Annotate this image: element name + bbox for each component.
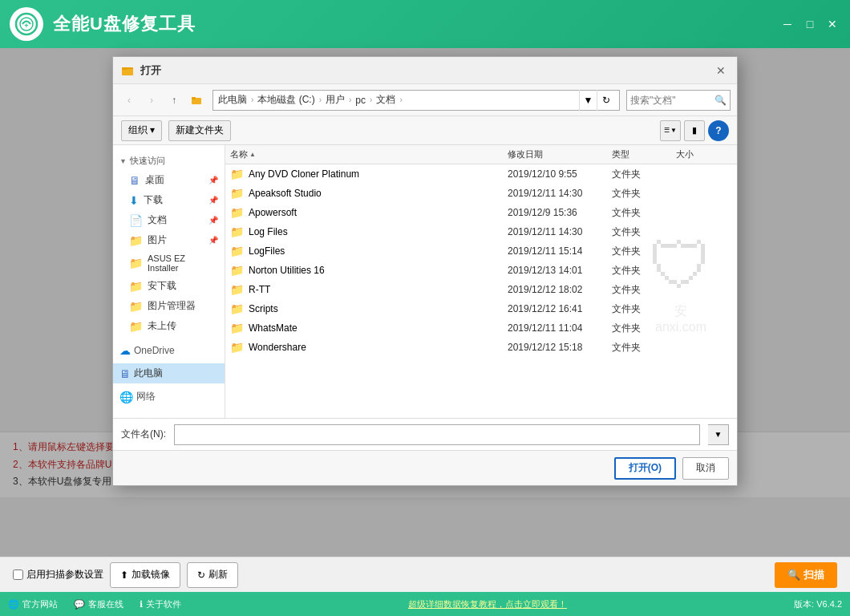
- file-date: 2019/12/9 15:36: [508, 207, 612, 218]
- minimize-button[interactable]: ─: [779, 16, 795, 32]
- footer-website[interactable]: 🌐 官方网站: [8, 598, 58, 610]
- file-date: 2019/12/11 11:04: [508, 322, 612, 334]
- app-title: 全能U盘修复工具: [53, 12, 196, 36]
- folder-icon: 📁: [230, 283, 244, 296]
- sidebar-item-unuploaded[interactable]: 📁 未上传: [113, 316, 225, 336]
- scan-params-checkbox[interactable]: 启用扫描参数设置: [13, 568, 103, 582]
- search-box[interactable]: 🔍: [626, 90, 731, 111]
- folder-icon: 📁: [230, 168, 244, 180]
- globe-icon: 🌐: [8, 599, 19, 610]
- file-name: 📁 Apeaksoft Studio: [230, 187, 508, 200]
- cancel-button[interactable]: 取消: [682, 457, 729, 480]
- file-name: 📁 Norton Utilities 16: [230, 264, 508, 277]
- filename-input[interactable]: [174, 424, 700, 445]
- sidebar-item-onedrive[interactable]: ☁ OneDrive: [113, 341, 225, 360]
- sidebar-item-documents[interactable]: 📄 文档 📌: [113, 210, 225, 230]
- folder-icon: 📁: [230, 302, 244, 315]
- folder-icon: 📁: [230, 206, 244, 219]
- sidebar-item-imgmgr[interactable]: 📁 图片管理器: [113, 296, 225, 316]
- nav-panel: ▼ 快速访问 🖥 桌面 📌 ⬇ 下载 📌: [113, 145, 225, 418]
- sidebar-item-network[interactable]: 🌐 网络: [113, 387, 225, 407]
- file-date: 2019/12/13 14:01: [508, 265, 612, 276]
- chat-icon: 💬: [74, 599, 85, 610]
- load-image-button[interactable]: ⬆ 加载镜像: [110, 562, 180, 588]
- sidebar-item-label: 文档: [148, 213, 167, 227]
- file-date: 2019/12/11 14:30: [508, 188, 612, 199]
- folder-icon: 📁: [129, 300, 143, 313]
- upload-icon: ⬆: [120, 569, 128, 581]
- scan-icon: 🔍: [787, 569, 800, 581]
- address-bar[interactable]: 此电脑 › 本地磁盘 (C:) › 用户 › pc › 文档 › ▼ ↻: [212, 90, 620, 111]
- dialog-buttons: 打开(O) 取消: [113, 450, 737, 485]
- address-refresh-button[interactable]: ↻: [597, 90, 614, 111]
- pin-icon: 📌: [208, 216, 218, 225]
- forward-button[interactable]: ›: [142, 91, 161, 110]
- new-folder-button[interactable]: 新建文件夹: [168, 120, 231, 141]
- address-dropdown[interactable]: ▼: [579, 90, 597, 111]
- sidebar-item-asus[interactable]: 📁 ASUS EZ Installer: [113, 250, 225, 276]
- maximize-button[interactable]: □: [802, 16, 818, 32]
- file-type: 文件夹: [612, 341, 676, 355]
- sidebar-item-label: 图片管理器: [148, 299, 196, 313]
- footer: 🌐 官方网站 💬 客服在线 ℹ 关于软件 超级详细数据恢复教程，点击立即观看！ …: [0, 592, 850, 616]
- pin-icon: 📌: [208, 176, 218, 184]
- file-date: 2019/12/11 15:14: [508, 245, 612, 257]
- sidebar-item-desktop[interactable]: 🖥 桌面 📌: [113, 170, 225, 190]
- up-button[interactable]: ↑: [164, 91, 184, 110]
- open-button[interactable]: 打开(O): [614, 457, 676, 480]
- quick-access-section[interactable]: ▼ 快速访问: [113, 152, 225, 170]
- folder-icon: 📁: [129, 257, 143, 270]
- dialog-close-button[interactable]: ✕: [713, 63, 729, 79]
- footer-version: 版本: V6.4.2: [794, 598, 842, 610]
- col-date[interactable]: 修改日期: [508, 148, 612, 160]
- file-name: 📁 R-TT: [230, 283, 508, 296]
- pin-icon: 📌: [208, 236, 218, 245]
- sidebar-item-pictures[interactable]: 📁 图片 📌: [113, 230, 225, 250]
- col-type[interactable]: 类型: [612, 148, 676, 160]
- file-date: 2019/12/11 14:30: [508, 226, 612, 237]
- sidebar-item-label: 未上传: [148, 319, 176, 333]
- scan-params-input[interactable]: [13, 569, 23, 580]
- folder-icon: 📁: [129, 280, 143, 293]
- back-button[interactable]: ‹: [119, 91, 139, 110]
- file-type: 文件夹: [612, 187, 676, 201]
- sidebar-item-thispc[interactable]: 🖥 此电脑: [113, 363, 225, 383]
- pictures-icon: 📁: [129, 234, 143, 247]
- folder-icon: 📁: [230, 264, 244, 277]
- table-row[interactable]: 📁 Apowersoft 2019/12/9 15:36 文件夹: [225, 203, 737, 222]
- folder-icon: 📁: [230, 187, 244, 200]
- dialog-title-text: 打开: [140, 63, 713, 78]
- filename-dropdown[interactable]: ▼: [708, 424, 729, 445]
- footer-support[interactable]: 💬 客服在线: [74, 598, 123, 610]
- view-details-button[interactable]: ☰▼: [660, 120, 681, 141]
- col-name[interactable]: 名称 ▲: [230, 148, 508, 160]
- sidebar-item-downloads[interactable]: ⬇ 下载 📌: [113, 190, 225, 210]
- search-input[interactable]: [630, 95, 714, 106]
- sidebar-item-download2[interactable]: 📁 安下载: [113, 276, 225, 296]
- sidebar-item-label: 安下载: [148, 279, 176, 293]
- help-button[interactable]: ?: [708, 120, 729, 141]
- col-size[interactable]: 大小: [676, 148, 732, 160]
- file-date: 2019/12/12 16:41: [508, 303, 612, 314]
- scan-button[interactable]: 🔍 扫描: [775, 562, 837, 588]
- file-dialog: 打开 ✕ ‹ › ↑ 此电脑: [112, 56, 738, 486]
- sort-arrow: ▲: [249, 151, 256, 158]
- watermark: 🛡 安 anxi.com: [649, 229, 713, 334]
- dialog-toolbar: ‹ › ↑ 此电脑 › 本地磁盘 (C:): [113, 84, 737, 116]
- file-type: 文件夹: [612, 168, 676, 181]
- quick-access-label: 快速访问: [130, 155, 165, 167]
- file-list-header: 名称 ▲ 修改日期 类型 大小: [225, 145, 737, 164]
- organize-button[interactable]: 组织 ▾: [121, 120, 162, 141]
- footer-link[interactable]: 超级详细数据恢复教程，点击立即观看！: [197, 598, 778, 610]
- table-row[interactable]: 📁 Any DVD Cloner Platinum 2019/12/10 9:5…: [225, 164, 737, 184]
- folder-icon: 📁: [230, 225, 244, 238]
- close-button[interactable]: ✕: [824, 16, 840, 32]
- download-icon: ⬇: [129, 194, 139, 207]
- documents-icon: 📄: [129, 214, 143, 227]
- file-name: 📁 Scripts: [230, 302, 508, 315]
- table-row[interactable]: 📁 Wondershare 2019/12/12 15:18 文件夹: [225, 338, 737, 357]
- view-split-button[interactable]: ▮: [684, 120, 705, 141]
- refresh-button[interactable]: ↻ 刷新: [187, 562, 238, 588]
- footer-about[interactable]: ℹ 关于软件: [140, 598, 181, 610]
- table-row[interactable]: 📁 Apeaksoft Studio 2019/12/11 14:30 文件夹: [225, 184, 737, 203]
